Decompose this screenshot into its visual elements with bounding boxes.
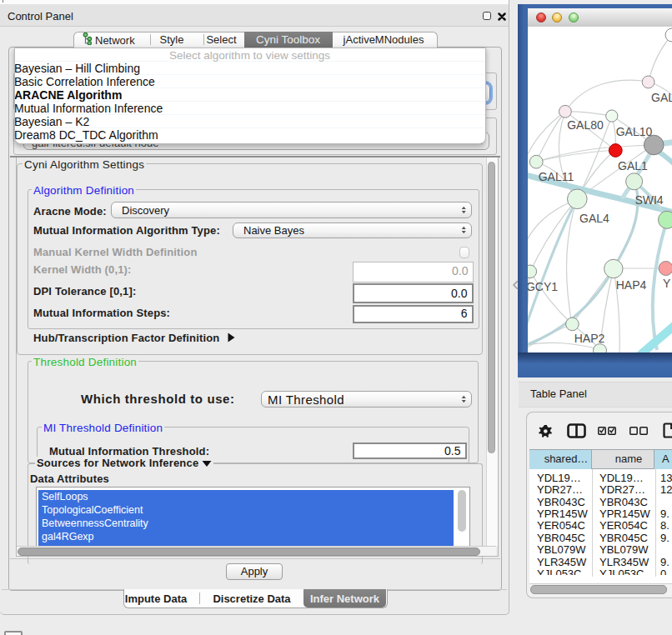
svg-text:SWI4: SWI4 — [634, 193, 663, 207]
svg-text:GAL4: GAL4 — [579, 212, 609, 225]
svg-text:HAP4: HAP4 — [616, 278, 647, 292]
svg-text:GAL11: GAL11 — [539, 170, 574, 183]
svg-text:GAL80: GAL80 — [567, 118, 604, 132]
svg-text:Y: Y — [663, 277, 671, 290]
svg-text:GCY1: GCY1 — [528, 280, 558, 293]
svg-text:GAL2: GAL2 — [651, 91, 672, 104]
svg-text:GAL10: GAL10 — [616, 125, 653, 138]
svg-text:GAL1: GAL1 — [618, 159, 648, 172]
svg-text:HAP2: HAP2 — [574, 332, 605, 345]
